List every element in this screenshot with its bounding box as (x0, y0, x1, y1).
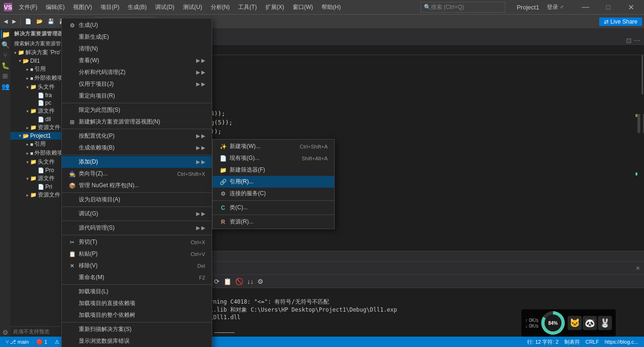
ctx-rebuild[interactable]: 重新生成(E) (62, 31, 212, 43)
ctx-clean[interactable]: 清理(N) (62, 43, 212, 55)
ctx-remove[interactable]: ✕ 移除(V) Del (62, 260, 212, 272)
tree-arrow: ▾ (12, 50, 18, 55)
add-new-item[interactable]: ✨ 新建项(W)... Ctrl+Shift+A (213, 140, 334, 152)
menu-extensions[interactable]: 扩展(X) (262, 2, 288, 12)
maximize-button[interactable]: □ (599, 3, 618, 11)
ctx-sep-7 (62, 235, 212, 235)
status-position[interactable]: 行: 12 字符: 2 (525, 339, 561, 346)
ctx-view-arrow: ▶ (196, 58, 205, 64)
tree-arrow: ▸ (25, 151, 30, 156)
ctx-class-wizard[interactable]: 🧙 类向导(Z)... Ctrl+Shift+X (62, 168, 212, 180)
ctx-paste[interactable]: 📋 粘贴(P) Ctrl+V (62, 248, 212, 260)
toolbar-open[interactable]: 📂 (34, 17, 45, 25)
ctx-nuget[interactable]: 📦 管理 NuGet 程序包(N)... (62, 180, 212, 191)
activity-extensions[interactable]: ⊞ (1, 72, 9, 80)
ctx-analyze[interactable]: 分析和代码清理(Z) ▶ (62, 66, 212, 78)
add-connected-service[interactable]: ⚙ 连接的服务(C) (213, 188, 334, 199)
ctx-debug-g[interactable]: 调试(G) ▶ (62, 208, 212, 220)
ctx-project-only[interactable]: 仅用于项目(J) ▶ (62, 78, 212, 90)
panel-btn-2[interactable]: 📋 (223, 277, 232, 286)
menu-window[interactable]: 窗口(W) (289, 2, 317, 12)
panel-btn-5[interactable]: ⚙ (256, 277, 264, 286)
ctx-add-arrow: ▶ (196, 159, 205, 165)
menu-test[interactable]: 测试(U) (179, 2, 206, 12)
activity-team[interactable]: 👥 (1, 82, 9, 91)
menu-tools[interactable]: 工具(T) (234, 2, 260, 12)
menu-view[interactable]: 视图(V) (69, 2, 96, 12)
editor-scrollbar[interactable] (637, 55, 644, 251)
ctx-rescan[interactable]: 重新扫描解决方案(S) (62, 323, 212, 335)
ctx-cut[interactable]: ✂ 剪切(T) Ctrl+X (62, 236, 212, 248)
panel-btn-3[interactable]: 🚫 (234, 277, 244, 286)
ctx-add[interactable]: 添加(D) ▶ (62, 156, 212, 168)
status-source-control[interactable]: ⑂ ⎇ main (4, 339, 31, 345)
toolbar-new[interactable]: 📄 (23, 17, 33, 25)
toolbar-save[interactable]: 💾 (46, 17, 56, 25)
status-errors[interactable]: 🔴 1 (34, 339, 49, 345)
add-resource[interactable]: R 资源(R)... (213, 216, 334, 228)
indicator-1 (636, 173, 637, 175)
ctx-load-direct-label: 加载项目的直接依赖项 (79, 299, 205, 307)
activity-debug[interactable]: 🐛 (1, 61, 9, 70)
panel-btn-4[interactable]: ↓↓ (246, 277, 255, 286)
menu-bar: 文件(F) 编辑(E) 视图(V) 项目(P) 生成(B) 调试(D) 测试(U… (15, 2, 345, 12)
panel-btn-1[interactable]: ⟳ (213, 277, 221, 286)
ctx-deps[interactable]: 生成依赖项(B) ▶ (62, 142, 212, 154)
search-placeholder: 搜索 (Ctrl+Q) (431, 3, 464, 11)
status-encoding[interactable]: 制表符 (562, 339, 582, 346)
split-editor-icon[interactable]: ⊡ (626, 37, 632, 44)
ctx-retarget[interactable]: 重定向项目(R) (62, 90, 212, 102)
add-sep-2 (213, 215, 334, 215)
add-new-item-label: 新建项(W)... (230, 142, 300, 150)
activity-settings[interactable]: ⚙ (1, 328, 9, 337)
ctx-source-control[interactable]: 源代码管理(S) ▶ (62, 222, 212, 234)
user-label[interactable]: 登录 ♂ (547, 3, 564, 11)
toolbar-forward[interactable]: ▶ (10, 17, 18, 25)
status-right: 行: 12 字符: 2 制表符 CRLF https://blog.c... (525, 339, 640, 346)
tree-arrow: ▸ (25, 193, 30, 198)
close-button[interactable]: ✕ (621, 3, 640, 11)
activity-git[interactable]: ⑂ (1, 51, 9, 59)
menu-file[interactable]: 文件(F) (15, 2, 41, 12)
activity-search[interactable]: 🔍 (1, 41, 9, 49)
menu-edit[interactable]: 编辑(E) (42, 2, 68, 12)
ctx-load-all[interactable]: 加载项目的整个依赖树 (62, 309, 212, 321)
ctx-view-label: 查看(W) (79, 57, 196, 65)
add-class-icon: C (219, 205, 227, 211)
menu-debug[interactable]: 调试(D) (151, 2, 178, 12)
menu-build[interactable]: 生成(B) (124, 2, 150, 12)
search-bar[interactable]: 🔍 搜索 (Ctrl+Q) (421, 2, 505, 13)
add-existing-item[interactable]: 📄 现有项(G)... Shift+Alt+A (213, 152, 334, 164)
more-actions-icon[interactable]: ⋯ (634, 37, 640, 44)
add-existing-item-label: 现有项(G)... (230, 154, 302, 162)
menu-help[interactable]: 帮助(H) (318, 2, 345, 12)
add-reference[interactable]: 🔗 引用(R)... (213, 176, 334, 188)
mascot-1: 🐱 (568, 316, 582, 330)
ctx-build[interactable]: ⚙ 生成(U) (62, 19, 212, 31)
ctx-new-view-icon: ⊞ (68, 119, 76, 125)
ctx-pgo[interactable]: 按配置优化(P) ▶ (62, 130, 212, 142)
status-line-ending[interactable]: CRLF (584, 339, 601, 346)
ctx-show-db-errors[interactable]: 显示浏览数据库错误 (62, 335, 212, 347)
add-new-filter[interactable]: 📁 新建筛选器(F) (213, 164, 334, 176)
ctx-rename[interactable]: 重命名(M) F2 (62, 272, 212, 283)
menu-analyze[interactable]: 分析(N) (207, 2, 234, 12)
minimize-button[interactable]: — (576, 3, 595, 11)
add-class[interactable]: C 类(C)... (213, 202, 334, 214)
ctx-set-startup[interactable]: 设为启动项目(A) (62, 194, 212, 206)
ctx-unload[interactable]: 卸载项目(L) (62, 286, 212, 297)
ctx-source-control-arrow: ▶ (196, 225, 205, 231)
ctx-view[interactable]: 查看(W) ▶ (62, 55, 212, 66)
activity-explorer[interactable]: 📁 (1, 30, 9, 39)
ctx-load-direct[interactable]: 加载项目的直接依赖项 (62, 297, 212, 309)
ctx-scope[interactable]: 限定为此范围(S) (62, 104, 212, 116)
toolbar-back[interactable]: ◀ (2, 17, 9, 25)
menu-project[interactable]: 项目(P) (97, 2, 123, 12)
status-url[interactable]: https://blog.c... (603, 339, 640, 346)
ctx-new-view[interactable]: ⊞ 新建解决方案资源管理器视图(N) (62, 116, 212, 128)
ctx-rename-shortcut: F2 (199, 275, 205, 281)
panel-close-btn[interactable]: ✕ (636, 265, 640, 272)
live-share-button[interactable]: ⇄ Live Share (599, 17, 642, 26)
tree-arrow: ▾ (25, 109, 30, 114)
upload-speed: ↑ 0K/s (525, 318, 538, 323)
